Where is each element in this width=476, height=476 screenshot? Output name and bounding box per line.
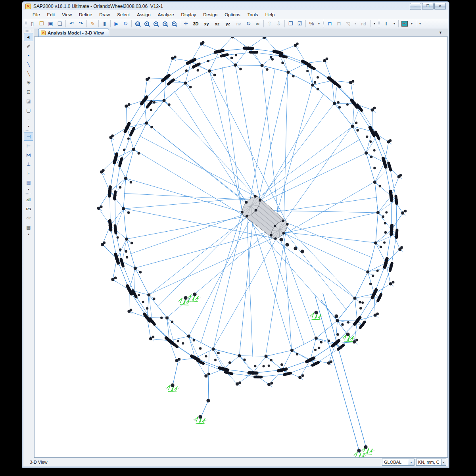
run-analysis-icon[interactable]: ▶ (112, 19, 121, 28)
model-view-canvas[interactable] (34, 36, 448, 458)
menu-analyze[interactable]: Analyze (154, 12, 178, 18)
toolbar-separator (284, 20, 285, 27)
view-xz-icon[interactable]: xz (212, 19, 222, 28)
move-up-list-icon: ⇧ (265, 19, 274, 28)
perspective-icon[interactable]: ∞ (253, 19, 262, 28)
wheel-model-drawing (35, 37, 448, 458)
menu-edit[interactable]: Edit (44, 12, 59, 18)
draw-frame-icon[interactable]: ╲ (24, 60, 33, 69)
draw-more-dropdown[interactable]: ▾ (24, 124, 33, 129)
view-3d-icon[interactable]: 3D (191, 19, 201, 28)
draw-pencil-icon[interactable]: ✎ (88, 19, 97, 28)
close-button[interactable]: ✕ (434, 3, 446, 10)
snap-grid-icon[interactable]: ▦ (24, 178, 33, 186)
select-poly-icon[interactable]: ✐ (24, 42, 33, 50)
tab-analysis-model-3d-view[interactable]: ✕ Analysis Model - 3-D View (38, 29, 109, 36)
menu-help[interactable]: Help (262, 12, 278, 18)
minimize-button[interactable]: – (410, 3, 421, 10)
frame-section-icon[interactable]: I (381, 19, 391, 28)
redo-icon[interactable]: ↷ (77, 19, 85, 28)
menu-assign[interactable]: Assign (133, 12, 154, 18)
snap-joints-icon[interactable]: ⊣ (24, 132, 33, 141)
menu-define[interactable]: Define (75, 12, 96, 18)
toolbar-separator (110, 20, 111, 27)
rotate-view-icon[interactable]: ↻ (244, 19, 253, 28)
menu-view[interactable]: View (58, 12, 75, 18)
zoom-in-icon[interactable]: + (152, 19, 160, 28)
tab-label: Analysis Model - 3-D View (48, 31, 104, 35)
sap2000-window: ✕ SAP2000 v16.1.0 Ultimate - OrlandoWhee… (22, 1, 449, 468)
object-shrink-icon[interactable]: ❐ (286, 19, 295, 28)
undo-icon[interactable]: ↶ (67, 19, 76, 28)
view-xy-icon[interactable]: xy (202, 19, 211, 28)
chevron-down-icon[interactable]: ▾ (408, 459, 414, 465)
coordinate-system-select[interactable]: GLOBAL ▾ (382, 459, 415, 466)
view-yz-icon[interactable]: yz (223, 19, 233, 28)
print-icon[interactable]: ❏ (56, 19, 64, 28)
intersecting-line-icon[interactable]: ▩ (24, 223, 33, 231)
pan-icon[interactable]: ✛ (182, 19, 190, 28)
toolbar-grip (25, 30, 32, 32)
toolbar-separator (131, 20, 132, 27)
title-bar[interactable]: ✕ SAP2000 v16.1.0 Ultimate - OrlandoWhee… (22, 2, 449, 11)
status-message: 3-D View (25, 459, 380, 466)
snap-ends-icon[interactable]: ⊢ (24, 142, 33, 150)
extra-tools-dropdown[interactable]: ▾ (418, 19, 422, 28)
snap-lines-icon[interactable]: ⊦ (24, 169, 33, 177)
snap-grid-dropdown[interactable]: ▾ (24, 187, 33, 192)
section-designer-dropdown[interactable]: ▾ (409, 19, 414, 28)
draw-joint-icon[interactable]: ▪ (24, 51, 33, 60)
display-options-icon[interactable]: ☑ (296, 19, 304, 28)
select-pointer-icon[interactable]: ➤ (24, 33, 33, 41)
snap-intersections-icon[interactable]: ⋈ (24, 151, 33, 159)
assign-display-dropdown[interactable]: ▾ (317, 19, 321, 28)
rubber-band-zoom-icon[interactable]: ▭ (133, 19, 142, 28)
menu-display[interactable]: Display (178, 12, 200, 18)
toolbar-separator (305, 20, 306, 27)
nd-template-icon: nd (359, 19, 369, 28)
menu-options[interactable]: Options (221, 12, 244, 18)
section-designer-icon[interactable]: •• (400, 19, 409, 28)
desktop-background: ✕ SAP2000 v16.1.0 Ultimate - OrlandoWhee… (0, 0, 476, 476)
select-all-icon[interactable]: all (24, 196, 33, 204)
menu-file[interactable]: File (29, 12, 44, 18)
draw-rect-area-icon[interactable]: ▢ (24, 106, 33, 114)
draw-braces-icon[interactable]: ╲ (24, 69, 33, 78)
draw-link-icon[interactable]: ✳ (24, 79, 33, 87)
restore-full-view-icon[interactable]: ● (142, 19, 151, 28)
menu-bar: FileEditViewDefineDrawSelectAssignAnalyz… (23, 10, 448, 19)
move-down-list-icon: ⇩ (274, 19, 283, 28)
new-model-icon[interactable]: ▯ (28, 19, 36, 28)
assign-display-icon[interactable]: % (307, 19, 316, 28)
tab-overflow-dropdown-icon[interactable]: ▼ (439, 31, 442, 35)
toolbar-grip (378, 20, 380, 28)
status-bar: 3-D View GLOBAL ▾ KN, mm, C ▾ (23, 458, 448, 466)
menu-select[interactable]: Select (113, 12, 133, 18)
previous-selection-icon[interactable]: PS (24, 205, 33, 213)
clear-selection-icon: clr (24, 214, 33, 222)
open-file-icon[interactable]: ❒ (37, 19, 46, 28)
toolbar-grip (25, 20, 27, 28)
zoom-previous-icon[interactable]: ◂ (161, 19, 169, 28)
toolbar-grip (25, 193, 32, 194)
quick-frame-icon: ⊓ (335, 19, 343, 28)
menu-design[interactable]: Design (200, 12, 221, 18)
quick-braces-dropdown: ▾ (353, 19, 358, 28)
save-icon[interactable]: ▣ (46, 19, 55, 28)
units-select[interactable]: KN, mm, C ▾ (416, 459, 446, 466)
snap-perpendicular-icon[interactable]: ⊥ (24, 160, 33, 168)
menu-tools[interactable]: Tools (244, 12, 262, 18)
window-title: SAP2000 v16.1.0 Ultimate - OrlandoWheel2… (33, 4, 163, 9)
restore-button[interactable]: ❐ (422, 3, 434, 10)
lock-icon[interactable]: ▮ (100, 19, 109, 28)
draw-poly-area-icon[interactable]: ⊡ (24, 88, 33, 96)
draw-area-icon[interactable]: ◪ (24, 97, 33, 105)
zoom-out-icon[interactable]: − (170, 19, 178, 28)
draw-frame-template-icon[interactable]: ⊓ (326, 19, 334, 28)
run-options-icon[interactable]: ↻ (121, 19, 130, 28)
chevron-down-icon[interactable]: ▾ (441, 459, 446, 465)
menu-draw[interactable]: Draw (96, 12, 113, 18)
template-dropdown[interactable]: ▾ (372, 19, 377, 28)
frame-section-dropdown[interactable]: ▾ (392, 19, 397, 28)
intersecting-line-dropdown[interactable]: ▾ (24, 232, 33, 236)
